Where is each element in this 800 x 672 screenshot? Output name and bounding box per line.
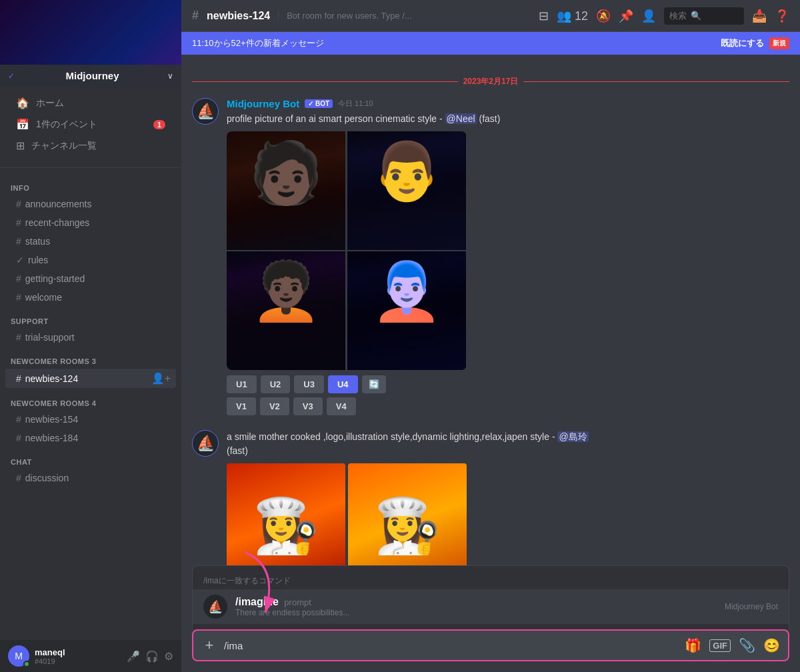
sidebar-item-events[interactable]: 📅 1件のイベント 1 bbox=[5, 114, 176, 135]
v4-button[interactable]: V4 bbox=[327, 397, 356, 415]
sticker-icon[interactable]: 📎 bbox=[739, 637, 755, 653]
new-badge: 新規 bbox=[769, 37, 789, 49]
channel-newbies-154[interactable]: # newbies-154 bbox=[5, 411, 176, 428]
u3-button[interactable]: U3 bbox=[294, 375, 324, 393]
ai-image-4: 👨‍🦰 bbox=[347, 251, 466, 370]
hash-icon: # bbox=[16, 433, 21, 443]
add-button[interactable]: + bbox=[201, 637, 217, 653]
action-buttons-row2: V1 V2 V3 V4 bbox=[227, 397, 789, 415]
channel-label: announcements bbox=[25, 199, 92, 209]
message-header: Midjourney Bot ✓ BOT 今日 11:10 bbox=[227, 98, 789, 109]
mention-2: @島玲 bbox=[557, 431, 588, 442]
date-divider: 2023年2月17日 bbox=[192, 76, 789, 87]
search-box[interactable]: 検索 🔍 bbox=[664, 7, 744, 25]
message-content: Midjourney Bot ✓ BOT 今日 11:10 profile pi… bbox=[227, 98, 789, 419]
autocomplete-popup: /imaに一致するコマンド ⛵ /imagine prompt There ar… bbox=[192, 565, 789, 629]
messages-area[interactable]: 2023年2月17日 ⛵ Midjourney Bot ✓ BOT 今日 11:… bbox=[181, 55, 800, 565]
channel-rules[interactable]: ✓ rules bbox=[5, 251, 176, 269]
autocomplete-item-desc: There are endless possibilities... bbox=[235, 608, 349, 617]
search-text: 検索 bbox=[669, 10, 687, 22]
server-header: ✓ Midjourney ∨ bbox=[0, 0, 181, 87]
channel-trial-support[interactable]: # trial-support bbox=[5, 329, 176, 346]
refresh-button[interactable]: 🔄 bbox=[362, 375, 386, 393]
member-count: 👥 12 bbox=[557, 9, 588, 23]
headphone-icon[interactable]: 🎧 bbox=[145, 650, 159, 663]
chevron-down-icon: ∨ bbox=[167, 71, 173, 81]
header-icons: ⊟ 👥 12 🔕 📌 👤 検索 🔍 📥 ❓ bbox=[539, 7, 789, 25]
thread-icon[interactable]: ⊟ bbox=[539, 9, 549, 23]
bot-avatar-icon-2: ⛵ bbox=[193, 430, 218, 457]
channel-label: recent-changes bbox=[25, 217, 90, 228]
channel-label: discussion bbox=[25, 473, 69, 483]
sidebar-item-channels[interactable]: ⊞ チャンネル一覧 bbox=[5, 135, 176, 156]
channel-label: getting-started bbox=[25, 273, 85, 284]
server-header-bar[interactable]: ✓ Midjourney ∨ bbox=[0, 65, 181, 87]
channel-header: # newbies-124 Bot room for new users. Ty… bbox=[181, 0, 800, 32]
help-icon[interactable]: ❓ bbox=[775, 9, 789, 23]
channels-icon: ⊞ bbox=[16, 139, 25, 152]
message-author: Midjourney Bot bbox=[227, 98, 299, 109]
channel-getting-started[interactable]: # getting-started bbox=[5, 270, 176, 287]
section-header-info: INFO bbox=[0, 173, 181, 195]
hash-icon: # bbox=[16, 217, 21, 228]
chat-input[interactable] bbox=[224, 640, 678, 651]
pin-icon[interactable]: 📌 bbox=[619, 9, 633, 23]
v3-button[interactable]: V3 bbox=[293, 397, 323, 415]
sidebar-item-label: 1件のイベント bbox=[36, 119, 97, 131]
autocomplete-item[interactable]: ⛵ /imagine prompt There are endless poss… bbox=[193, 589, 789, 624]
input-area: /imaに一致するコマンド ⛵ /imagine prompt There ar… bbox=[181, 565, 800, 672]
server-name: Midjourney bbox=[65, 70, 119, 81]
hash-icon: # bbox=[16, 473, 21, 483]
add-member-icon[interactable]: 👤+ bbox=[151, 372, 171, 385]
u4-button[interactable]: U4 bbox=[328, 375, 358, 393]
channel-discussion[interactable]: # discussion bbox=[5, 469, 176, 487]
hash-icon: # bbox=[16, 332, 21, 343]
channel-label: newbies-184 bbox=[25, 433, 78, 443]
bot-badge: ✓ BOT bbox=[305, 99, 333, 108]
channel-label: rules bbox=[28, 255, 48, 265]
bell-mute-icon[interactable]: 🔕 bbox=[596, 9, 611, 23]
inbox-icon[interactable]: 📥 bbox=[752, 9, 767, 23]
event-badge: 1 bbox=[153, 120, 165, 129]
channel-newbies-184[interactable]: # newbies-184 bbox=[5, 429, 176, 447]
hash-icon: # bbox=[16, 273, 21, 284]
mention: @Neel bbox=[445, 113, 477, 124]
sidebar-nav: 🏠 ホーム 📅 1件のイベント 1 ⊞ チャンネル一覧 bbox=[0, 87, 181, 162]
message-text: profile picture of an ai smart person ci… bbox=[227, 112, 789, 126]
channel-welcome[interactable]: # welcome bbox=[5, 289, 176, 306]
mark-read-button[interactable]: 既読にする bbox=[721, 37, 764, 49]
gift-icon[interactable]: 🎁 bbox=[685, 637, 701, 653]
channel-newbies-124[interactable]: # newbies-124 👤+ bbox=[5, 369, 176, 388]
ai-image-3: 🧑🏿‍🦱 bbox=[227, 251, 345, 370]
hash-icon: # bbox=[16, 373, 21, 384]
bot-avatar-icon: ⛵ bbox=[193, 98, 218, 125]
channel-status[interactable]: # status bbox=[5, 233, 176, 250]
section-header-newcomer3: NEWCOMER ROOMS 3 bbox=[0, 347, 181, 368]
settings-icon[interactable]: ⚙ bbox=[164, 650, 173, 663]
members-icon[interactable]: 👤 bbox=[641, 9, 656, 23]
hash-icon: # bbox=[16, 199, 21, 209]
gif-icon[interactable]: GIF bbox=[709, 639, 731, 652]
hash-icon: # bbox=[192, 9, 199, 23]
u1-button[interactable]: U1 bbox=[227, 375, 257, 393]
microphone-icon[interactable]: 🎤 bbox=[127, 650, 140, 663]
sidebar-item-home[interactable]: 🏠 ホーム bbox=[5, 93, 176, 113]
v2-button[interactable]: V2 bbox=[260, 397, 289, 415]
hash-icon: # bbox=[16, 292, 21, 303]
emoji-icon[interactable]: 😊 bbox=[763, 637, 780, 653]
message-content-2: a smile mother cooked ,logo,illustration… bbox=[227, 430, 789, 565]
message-text-2: a smile mother cooked ,logo,illustration… bbox=[227, 430, 789, 458]
user-tag: #4019 bbox=[35, 657, 127, 665]
chat-input-wrapper: + 🎁 GIF 📎 😊 bbox=[192, 629, 789, 661]
input-icons: 🎁 GIF 📎 😊 bbox=[685, 637, 780, 653]
channel-recent-changes[interactable]: # recent-changes bbox=[5, 214, 176, 231]
autocomplete-item-info: /imagine prompt There are endless possib… bbox=[235, 596, 349, 617]
u2-button[interactable]: U2 bbox=[261, 375, 291, 393]
username: maneql bbox=[35, 647, 127, 657]
hash-icon: # bbox=[16, 414, 21, 425]
v1-button[interactable]: V1 bbox=[227, 397, 256, 415]
home-icon: 🏠 bbox=[16, 97, 29, 109]
channel-label: newbies-124 bbox=[25, 373, 78, 384]
section-header-newcomer4: NEWCOMER ROOMS 4 bbox=[0, 389, 181, 410]
channel-announcements[interactable]: # announcements bbox=[5, 195, 176, 213]
